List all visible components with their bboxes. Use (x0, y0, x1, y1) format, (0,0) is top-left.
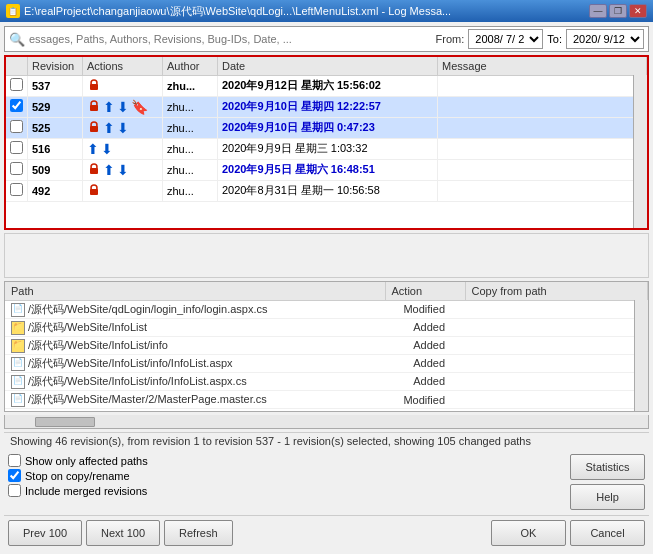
search-input[interactable] (29, 33, 432, 45)
minimize-button[interactable]: — (589, 4, 607, 18)
from-date-select[interactable]: 2008/ 7/ 2 (468, 29, 543, 49)
table-row[interactable]: 537zhu...2020年9月12日 星期六 15:56:02 (6, 75, 647, 96)
row-checkbox[interactable] (10, 183, 23, 196)
copy-from-cell (465, 390, 648, 408)
table-row[interactable]: 492zhu...2020年8月31日 星期一 10:56:58 (6, 180, 647, 201)
show-only-affected-checkbox[interactable] (8, 454, 21, 467)
col-header-message: Message (438, 57, 647, 75)
scrollbar-thumb[interactable] (35, 417, 95, 427)
path-action-cell: Added (385, 336, 465, 354)
file-icon: 📄 (11, 393, 25, 407)
app-icon: 📋 (6, 4, 20, 18)
bottom-left-buttons: Prev 100 Next 100 Refresh (8, 520, 233, 546)
cancel-button[interactable]: Cancel (570, 520, 645, 546)
options-left: Show only affected paths Stop on copy/re… (8, 454, 148, 497)
col-header-actions: Actions (83, 57, 163, 75)
main-content: 🔍 From: 2008/ 7/ 2 To: 2020/ 9/12 Revisi… (0, 22, 653, 554)
message-cell (438, 96, 647, 117)
help-button[interactable]: Help (570, 484, 645, 510)
table-row[interactable]: 516⬆⬇zhu...2020年9月9日 星期三 1:03:32 (6, 138, 647, 159)
prev-100-button[interactable]: Prev 100 (8, 520, 82, 546)
path-cell: 📄/源代码/WebSite/Master/2/MasterPage.master… (5, 390, 385, 408)
arrow-icon: ⬆ (87, 141, 99, 157)
revisions-scrollbar[interactable] (633, 75, 647, 228)
diff-area (4, 233, 649, 278)
date-cell: 2020年8月31日 星期一 10:56:58 (218, 180, 438, 201)
bottom-right-buttons: OK Cancel (491, 520, 645, 546)
folder-icon: 📁 (11, 321, 25, 335)
path-action-cell: Added (385, 409, 465, 412)
close-button[interactable]: ✕ (629, 4, 647, 18)
row-checkbox[interactable] (10, 162, 23, 175)
path-action-cell: Modified (385, 300, 465, 318)
row-checkbox[interactable] (10, 141, 23, 154)
status-bar: Showing 46 revision(s), from revision 1 … (4, 432, 649, 449)
action-icons-cell (83, 75, 163, 96)
lock-icon (87, 99, 101, 115)
arrow-down-icon: ⬇ (117, 162, 129, 178)
path-cell: 📁/源代码/WebSite/InfoList/info (5, 336, 385, 354)
folder-icon: 📁 (11, 339, 25, 353)
col-header-copyfrom: Copy from path (465, 282, 648, 300)
include-merged-label: Include merged revisions (25, 485, 147, 497)
row-checkbox[interactable] (10, 99, 23, 112)
col-header-action: Action (385, 282, 465, 300)
to-date-select[interactable]: 2020/ 9/12 (566, 29, 644, 49)
restore-button[interactable]: ❐ (609, 4, 627, 18)
action-icons-cell: ⬆⬇ (83, 138, 163, 159)
action-icons-cell (83, 180, 163, 201)
include-merged-checkbox[interactable] (8, 484, 21, 497)
col-header-revision: Revision (28, 57, 83, 75)
ok-button[interactable]: OK (491, 520, 566, 546)
author-cell: zhu... (163, 75, 218, 96)
author-cell: zhu... (163, 117, 218, 138)
table-row[interactable]: 525⬆⬇zhu...2020年9月10日 星期四 0:47:23 (6, 117, 647, 138)
horizontal-scrollbar[interactable] (4, 415, 649, 429)
list-item[interactable]: 📁/源代码/WebSite/InfoListAdded (5, 318, 648, 336)
path-cell: 📁/源代码/WebSite/InfoList (5, 318, 385, 336)
svg-rect-1 (90, 84, 98, 90)
path-cell: 📁/源代码/WebSite/Templet/InfoClient (5, 409, 385, 412)
revision-number: 516 (28, 138, 83, 159)
statistics-button[interactable]: Statistics (570, 454, 645, 480)
stop-on-copy-row[interactable]: Stop on copy/rename (8, 469, 148, 482)
svg-rect-9 (90, 189, 98, 195)
list-item[interactable]: 📁/源代码/WebSite/Templet/InfoClientAdded (5, 409, 648, 412)
svg-rect-3 (90, 105, 98, 111)
search-icon: 🔍 (9, 32, 25, 47)
list-item[interactable]: 📄/源代码/WebSite/Master/2/MasterPage.master… (5, 390, 648, 408)
show-only-affected-label: Show only affected paths (25, 455, 148, 467)
refresh-button[interactable]: Refresh (164, 520, 233, 546)
path-action-cell: Added (385, 318, 465, 336)
options-row: Show only affected paths Stop on copy/re… (4, 452, 649, 512)
next-100-button[interactable]: Next 100 (86, 520, 160, 546)
date-cell: 2020年9月12日 星期六 15:56:02 (218, 75, 438, 96)
list-item[interactable]: 📄/源代码/WebSite/InfoList/info/InfoList.asp… (5, 354, 648, 372)
show-only-affected-row[interactable]: Show only affected paths (8, 454, 148, 467)
include-merged-row[interactable]: Include merged revisions (8, 484, 148, 497)
path-action-cell: Modified (385, 390, 465, 408)
list-item[interactable]: 📄/源代码/WebSite/qdLogin/login_info/login.a… (5, 300, 648, 318)
arrow-down-icon: ⬇ (117, 120, 129, 136)
revisions-table: Revision Actions Author Date Message 537… (6, 57, 647, 202)
paths-scrollbar[interactable] (634, 300, 648, 411)
row-checkbox[interactable] (10, 78, 23, 91)
action-icons-cell: ⬆⬇ (83, 159, 163, 180)
stop-on-copy-checkbox[interactable] (8, 469, 21, 482)
date-cell: 2020年9月5日 星期六 16:48:51 (218, 159, 438, 180)
action-icons-cell: ⬆⬇ (83, 117, 163, 138)
message-cell (438, 180, 647, 201)
table-row[interactable]: 509⬆⬇zhu...2020年9月5日 星期六 16:48:51 (6, 159, 647, 180)
revision-number: 509 (28, 159, 83, 180)
revision-number: 529 (28, 96, 83, 117)
path-action-cell: Added (385, 372, 465, 390)
table-row[interactable]: 529⬆⬇🔖zhu...2020年9月10日 星期四 12:22:57 (6, 96, 647, 117)
list-item[interactable]: 📁/源代码/WebSite/InfoList/infoAdded (5, 336, 648, 354)
list-item[interactable]: 📄/源代码/WebSite/InfoList/info/InfoList.asp… (5, 372, 648, 390)
copy-from-cell (465, 354, 648, 372)
to-label: To: (547, 33, 562, 45)
row-checkbox[interactable] (10, 120, 23, 133)
options-right: Statistics Help (570, 454, 645, 510)
copy-from-cell (465, 372, 648, 390)
copy-from-cell (465, 318, 648, 336)
